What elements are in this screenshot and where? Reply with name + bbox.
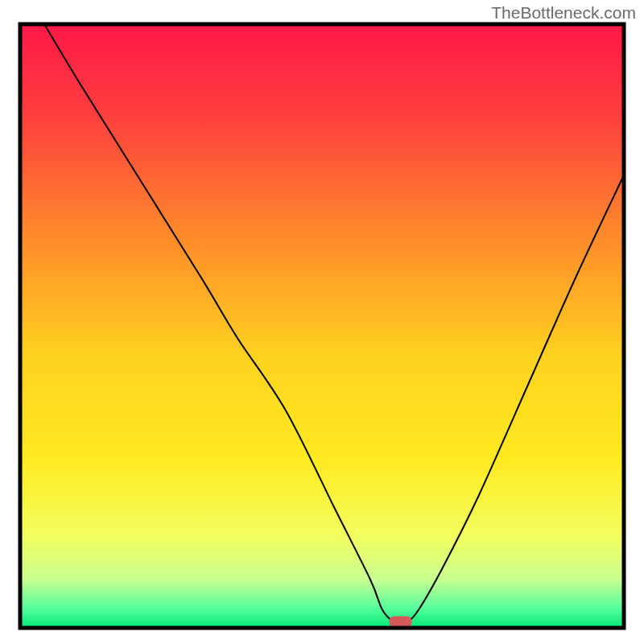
plot-background	[20, 24, 624, 628]
optimal-point-marker	[390, 617, 412, 628]
watermark-text: TheBottleneck.com	[491, 3, 636, 23]
bottleneck-chart	[0, 0, 644, 644]
chart-container: TheBottleneck.com	[0, 0, 644, 644]
